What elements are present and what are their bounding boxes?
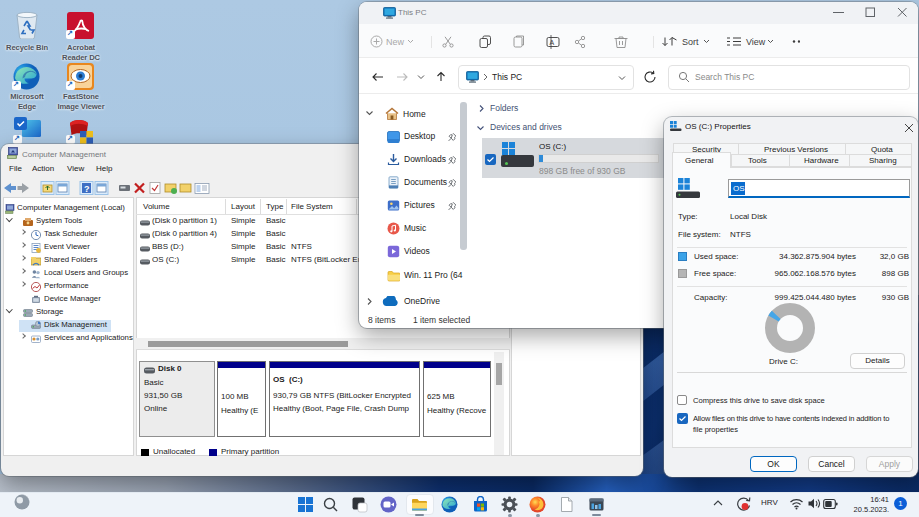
svg-text:New: New	[386, 37, 405, 47]
svg-text:Sort: Sort	[682, 37, 699, 47]
svg-text:A: A	[550, 39, 555, 46]
svg-text:?: ?	[84, 184, 90, 194]
svg-text:View: View	[746, 37, 766, 47]
